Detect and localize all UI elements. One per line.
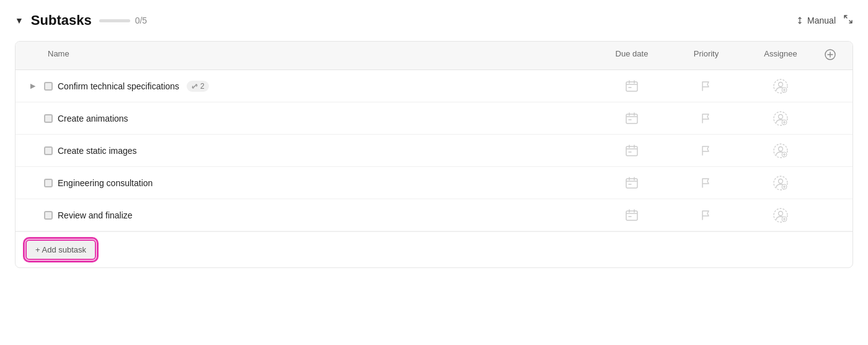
task-name: Create animations	[58, 114, 128, 123]
assignee-cell[interactable]	[743, 168, 818, 199]
priority-cell[interactable]	[669, 169, 743, 197]
col-header-name: Name	[25, 42, 595, 69]
due-date-cell[interactable]	[595, 137, 669, 165]
assignee-icon	[773, 143, 789, 159]
svg-rect-17	[626, 211, 637, 220]
calendar-icon	[625, 208, 639, 222]
expand-button[interactable]	[843, 14, 853, 27]
col-header-priority: Priority	[669, 42, 743, 69]
collapse-chevron-icon[interactable]: ▼	[15, 16, 24, 25]
task-name-cell: ▶ Review and finalize	[25, 203, 595, 228]
svg-point-19	[779, 211, 783, 215]
assignee-icon	[773, 78, 789, 94]
task-name: Review and finalize	[58, 210, 133, 220]
svg-point-7	[779, 114, 783, 119]
section-title: Subtasks	[31, 12, 92, 29]
svg-rect-13	[626, 179, 637, 188]
table-row: ▶ Create static images	[16, 135, 852, 167]
svg-rect-9	[626, 146, 637, 156]
task-checkbox[interactable]	[44, 114, 53, 123]
svg-rect-1	[626, 82, 637, 91]
due-date-cell[interactable]	[595, 72, 669, 101]
table-row: ▶ Review and finalize	[16, 199, 852, 231]
manual-button[interactable]: Manual	[795, 16, 836, 25]
row-extra-cell	[818, 79, 843, 94]
assignee-cell[interactable]	[743, 103, 818, 134]
task-checkbox[interactable]	[44, 179, 53, 187]
task-name: Confirm technical specifications	[58, 81, 179, 91]
due-date-cell[interactable]	[595, 169, 669, 197]
add-subtask-row: + Add subtask	[16, 231, 852, 267]
row-expand-arrow-icon[interactable]: ▶	[30, 82, 39, 90]
row-extra-cell	[818, 208, 843, 223]
subtasks-header: ▼ Subtasks 0/5 Manual	[15, 12, 853, 29]
assignee-cell[interactable]	[743, 71, 818, 102]
table-row: ▶ Create animations	[16, 102, 852, 135]
progress-bar	[99, 19, 130, 22]
priority-cell[interactable]	[669, 73, 743, 100]
assignee-cell[interactable]	[743, 135, 818, 166]
svg-rect-5	[626, 114, 637, 123]
calendar-icon	[625, 79, 639, 93]
task-name-cell: ▶ Engineering consultation	[25, 171, 595, 195]
assignee-icon	[773, 207, 789, 223]
subtask-link-icon	[191, 83, 198, 90]
task-name-cell: ▶ Create static images	[25, 138, 595, 163]
task-checkbox[interactable]	[44, 82, 53, 91]
due-date-cell[interactable]	[595, 104, 669, 133]
calendar-icon	[625, 112, 639, 125]
progress-bar-wrap: 0/5	[99, 16, 147, 25]
progress-text: 0/5	[135, 16, 147, 25]
add-subtask-button[interactable]: + Add subtask	[25, 240, 96, 260]
task-name-cell: ▶ Confirm technical specifications 2	[25, 73, 595, 99]
table-header: Name Due date Priority Assignee	[16, 42, 852, 70]
priority-cell[interactable]	[669, 137, 743, 164]
assignee-icon	[773, 175, 789, 191]
assignee-cell[interactable]	[743, 200, 818, 231]
add-column-button[interactable]	[818, 42, 843, 69]
task-checkbox[interactable]	[44, 211, 53, 220]
table-row: ▶ Confirm technical specifications 2	[16, 70, 852, 102]
flag-icon	[700, 209, 712, 222]
assignee-icon	[773, 110, 789, 127]
col-header-due-date: Due date	[595, 42, 669, 69]
task-name-cell: ▶ Create animations	[25, 106, 595, 131]
subtask-count-label: 2	[200, 82, 205, 91]
task-checkbox[interactable]	[44, 146, 53, 155]
subtask-count-badge[interactable]: 2	[187, 81, 209, 92]
priority-cell[interactable]	[669, 105, 743, 132]
subtasks-table: Name Due date Priority Assignee ▶ Confir…	[15, 41, 853, 268]
priority-cell[interactable]	[669, 202, 743, 229]
table-row: ▶ Engineering consultation	[16, 167, 852, 199]
row-extra-cell	[818, 176, 843, 190]
sort-icon	[795, 16, 804, 25]
row-extra-cell	[818, 111, 843, 126]
task-name: Create static images	[58, 146, 137, 156]
due-date-cell[interactable]	[595, 201, 669, 230]
row-extra-cell	[818, 143, 843, 158]
add-column-icon	[825, 49, 836, 60]
flag-icon	[700, 145, 712, 157]
manual-label: Manual	[807, 16, 836, 25]
svg-point-15	[779, 179, 783, 183]
expand-icon	[843, 14, 853, 24]
svg-point-3	[779, 82, 783, 86]
calendar-icon	[625, 144, 639, 158]
flag-icon	[700, 80, 712, 92]
calendar-icon	[625, 176, 639, 190]
col-header-assignee: Assignee	[743, 42, 818, 69]
flag-icon	[700, 112, 712, 125]
flag-icon	[700, 177, 712, 189]
svg-point-11	[779, 146, 783, 151]
task-name: Engineering consultation	[58, 178, 153, 188]
